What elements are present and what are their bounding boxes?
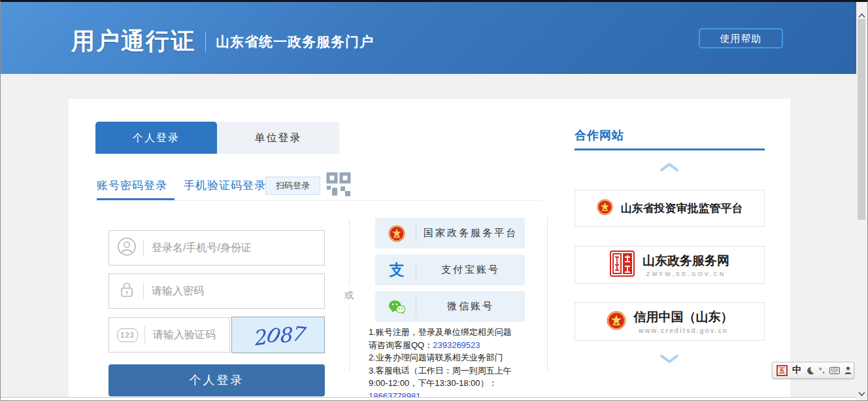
captcha-image-text: 2087: [252, 323, 304, 347]
partners-title: 合作网站: [575, 128, 624, 143]
alipay-icon: 支: [388, 262, 405, 279]
support-notes: 1.账号注册，登录及单位绑定相关问题 请咨询客服QQ：2393269523 2.…: [369, 326, 549, 401]
national-emblem-icon: [388, 225, 405, 242]
wechat-icon: [388, 298, 405, 315]
partners-title-underline: [575, 148, 765, 150]
field-separator: [143, 283, 144, 300]
password-field-box: [108, 273, 325, 309]
ime-language-bar: 五 中 °,: [772, 362, 854, 379]
login-page: 用户通行证 山东省统一政务服务门户 使用帮助 个人登录 单位登录 账号密码登录 …: [0, 0, 868, 401]
scan-login-tag[interactable]: 扫码登录: [265, 177, 320, 195]
user-icon: [117, 237, 137, 259]
brand: 用户通行证 山东省统一政务服务门户: [71, 26, 374, 58]
ime-fullwidth-moon-icon[interactable]: [806, 366, 814, 375]
support-qq-number: 2393269523: [433, 340, 480, 350]
national-emblem-icon: [597, 199, 613, 218]
ime-punctuation-icon[interactable]: °,: [819, 366, 825, 374]
sidebar-divider: [547, 218, 548, 370]
support-line: 1.账号注册，登录及单位绑定相关问题: [369, 326, 549, 339]
support-line: 3.客服电话（工作日：周一到周五上午: [369, 364, 549, 377]
method-sms-code[interactable]: 手机验证码登录: [184, 178, 266, 193]
captcha-image[interactable]: 2087: [231, 317, 325, 353]
page-bottom-edge: [1, 397, 858, 401]
tab-personal-login[interactable]: 个人登录: [95, 122, 217, 154]
username-input[interactable]: [152, 242, 316, 254]
scrollbar-thumb[interactable]: [858, 19, 865, 220]
partner-link-shandong-gov-service[interactable]: 山东政务服务网 ZWFW.SD.GOV.CN: [575, 246, 765, 284]
login-card: 个人登录 单位登录 账号密码登录 手机验证码登录 扫码登录: [69, 99, 790, 398]
page-title: 用户通行证: [71, 26, 195, 58]
wechat-login-button[interactable]: 微信账号: [375, 291, 525, 322]
personal-login-submit-button[interactable]: 个人登录: [108, 364, 325, 396]
alipay-login-button[interactable]: 支 支付宝账号: [375, 254, 525, 285]
lock-icon: [117, 280, 137, 302]
active-method-underline: [97, 198, 175, 200]
carousel-up-button[interactable]: [659, 162, 679, 172]
ime-keyboard-icon[interactable]: [829, 367, 840, 374]
seal-stamp-icon: [610, 251, 635, 279]
field-separator: [143, 239, 144, 256]
scrollbar-down-arrow[interactable]: [858, 387, 865, 392]
or-label: 或: [344, 286, 354, 305]
username-field-box: [108, 230, 325, 266]
partner-domain: www.creditsd.gov.cn: [634, 327, 733, 334]
ime-wubi-icon[interactable]: 五: [776, 365, 788, 376]
partner-link-investment-platform[interactable]: 山东省投资审批监管平台: [575, 190, 765, 227]
support-line: 9:00-12:00，下午13:30-18:00）：: [369, 377, 549, 390]
field-separator: [144, 326, 145, 343]
vertical-scrollbar[interactable]: [856, 2, 867, 401]
page-subtitle: 山东省统一政务服务门户: [216, 33, 374, 51]
scrollbar-up-arrow[interactable]: [858, 9, 865, 14]
tab-organization-login[interactable]: 单位登录: [217, 122, 339, 154]
ime-user-icon[interactable]: [844, 366, 852, 374]
national-emblem-icon: [607, 311, 626, 333]
partner-link-credit-china-shandong[interactable]: 信用中国（山东） www.creditsd.gov.cn: [575, 302, 765, 341]
method-row-divider: [97, 200, 542, 201]
header-banner: 用户通行证 山东省统一政务服务门户 使用帮助: [1, 2, 858, 74]
ime-chinese-mode-icon[interactable]: 中: [792, 364, 801, 376]
captcha-digits-icon: 123: [117, 328, 138, 342]
support-line: 请咨询客服QQ：2393269523: [369, 339, 549, 352]
captcha-field-box: 123: [108, 317, 230, 353]
qr-code-icon[interactable]: [326, 172, 351, 197]
national-gov-platform-login-button[interactable]: 国家政务服务平台: [375, 218, 525, 249]
captcha-input[interactable]: [153, 329, 222, 341]
help-button[interactable]: 使用帮助: [699, 28, 783, 48]
or-divider: 或: [344, 220, 354, 371]
method-account-password[interactable]: 账号密码登录: [97, 178, 167, 193]
title-divider: [205, 31, 206, 52]
password-input[interactable]: [152, 285, 316, 297]
partner-domain: ZWFW.SD.GOV.CN: [643, 271, 729, 277]
carousel-down-button[interactable]: [659, 354, 679, 364]
support-line: 2.业务办理问题请联系相关业务部门: [369, 351, 549, 364]
